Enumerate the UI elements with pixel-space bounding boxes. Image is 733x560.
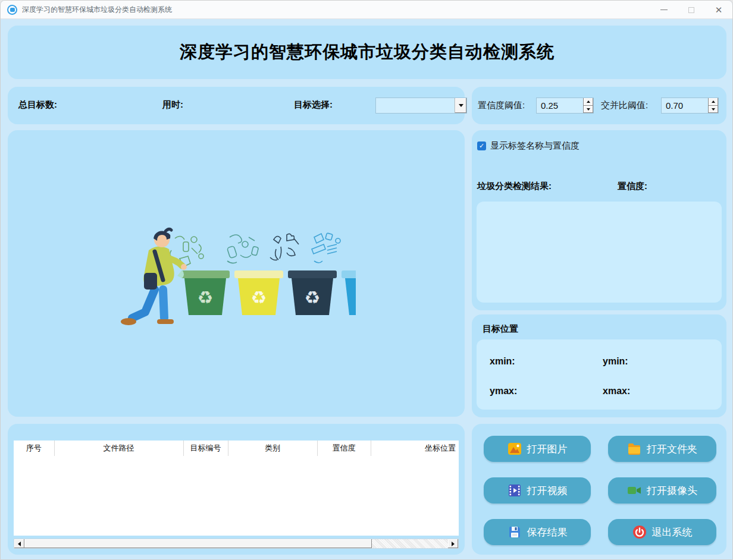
confidence-threshold-input[interactable] xyxy=(537,98,583,113)
col-category[interactable]: 类别 xyxy=(228,441,317,456)
spin-down-icon xyxy=(712,108,715,111)
image-icon xyxy=(508,442,522,456)
video-icon xyxy=(508,483,522,498)
camera-icon xyxy=(627,483,641,498)
close-button[interactable]: ✕ xyxy=(705,1,732,19)
col-coordinates[interactable]: 坐标位置 xyxy=(371,441,459,456)
actions-panel: 打开图片 打开文件夹 打开视频 打开摄像头 xyxy=(472,424,726,555)
target-position-panel: 目标位置 xmin: ymin: ymax: xmax: xyxy=(472,314,726,417)
arrow-right-icon xyxy=(452,542,455,546)
svg-text:♻: ♻ xyxy=(305,288,321,307)
open-folder-label: 打开文件夹 xyxy=(647,442,697,456)
garbage-bins-illustration: ♻ ♻ ♻ ♻ xyxy=(118,213,356,335)
show-labels-checkbox[interactable]: ✓ xyxy=(477,141,486,150)
save-results-button[interactable]: 保存结果 xyxy=(484,519,591,545)
open-folder-button[interactable]: 打开文件夹 xyxy=(608,436,716,462)
show-labels-label: 显示标签名称与置信度 xyxy=(490,140,579,152)
exit-system-label: 退出系统 xyxy=(652,526,693,539)
iou-threshold-input[interactable] xyxy=(662,98,708,113)
iou-threshold-spinner[interactable] xyxy=(661,97,719,114)
table-horizontal-scrollbar[interactable] xyxy=(14,539,459,549)
minimize-icon xyxy=(660,10,668,10)
folder-icon xyxy=(627,442,641,456)
iou-spin-up-button[interactable] xyxy=(709,98,718,106)
save-icon xyxy=(508,525,522,539)
open-video-label: 打开视频 xyxy=(527,484,568,498)
confidence-label: 置信度: xyxy=(618,181,647,192)
detection-result-box xyxy=(477,202,722,303)
scroll-right-button[interactable] xyxy=(448,539,458,548)
maximize-button[interactable] xyxy=(678,1,705,19)
target-select-label: 目标选择: xyxy=(294,99,333,111)
confidence-spin-up-button[interactable] xyxy=(584,98,593,106)
arrow-left-icon xyxy=(18,542,21,546)
col-index[interactable]: 序号 xyxy=(14,441,54,456)
open-video-button[interactable]: 打开视频 xyxy=(484,477,591,504)
results-table: 序号 文件路径 目标编号 类别 置信度 坐标位置 xyxy=(14,441,459,536)
elapsed-time-label: 用时: xyxy=(162,99,183,111)
open-camera-button[interactable]: 打开摄像头 xyxy=(608,477,716,504)
window-title: 深度学习的智慧环保城市垃圾分类自动检测系统 xyxy=(22,5,172,15)
confidence-threshold-label: 置信度阈值: xyxy=(478,100,525,111)
target-position-title: 目标位置 xyxy=(483,323,518,335)
stats-panel: 总目标数: 用时: 目标选择: xyxy=(8,87,465,124)
table-panel: 序号 文件路径 目标编号 类别 置信度 坐标位置 xyxy=(8,424,465,555)
col-confidence[interactable]: 置信度 xyxy=(317,441,371,456)
title-bar: 深度学习的智慧环保城市垃圾分类自动检测系统 ✕ xyxy=(1,1,732,19)
scrollbar-thumb[interactable] xyxy=(24,539,372,548)
confidence-threshold-spinner[interactable] xyxy=(536,97,594,114)
save-results-label: 保存结果 xyxy=(527,526,568,539)
exit-system-button[interactable]: 退出系统 xyxy=(608,519,716,545)
ymin-label: ymin: xyxy=(603,356,628,367)
open-image-label: 打开图片 xyxy=(527,442,568,456)
scroll-left-button[interactable] xyxy=(14,539,24,548)
open-image-button[interactable]: 打开图片 xyxy=(484,436,591,462)
app-icon xyxy=(7,5,17,15)
ymax-label: ymax: xyxy=(490,386,517,397)
detection-result-label: 垃圾分类检测结果: xyxy=(477,181,552,192)
app-window: 深度学习的智慧环保城市垃圾分类自动检测系统 ✕ 深度学习的智慧环保城市垃圾分类自… xyxy=(0,0,733,560)
minimize-button[interactable] xyxy=(650,1,678,19)
spin-down-icon xyxy=(587,108,590,111)
scrollbar-track[interactable] xyxy=(24,539,448,548)
confidence-spin-down-button[interactable] xyxy=(584,106,593,114)
image-display-panel: ♻ ♻ ♻ ♻ xyxy=(8,130,465,417)
target-position-box: xmin: ymin: ymax: xmax: xyxy=(477,339,722,410)
open-camera-label: 打开摄像头 xyxy=(647,484,697,498)
power-icon xyxy=(632,525,647,539)
maximize-icon xyxy=(688,7,694,13)
spin-up-icon xyxy=(587,100,590,103)
thresholds-panel: 置信度阈值: 交并比阈值: xyxy=(472,87,726,124)
chevron-down-icon xyxy=(459,104,463,107)
detection-panel: ✓ 显示标签名称与置信度 垃圾分类检测结果: 置信度: xyxy=(472,130,726,310)
xmin-label: xmin: xyxy=(490,356,515,367)
xmax-label: xmax: xyxy=(603,386,630,397)
table-header-row: 序号 文件路径 目标编号 类别 置信度 坐标位置 xyxy=(14,441,459,456)
spin-up-icon xyxy=(712,100,715,103)
combobox-value[interactable] xyxy=(376,98,455,113)
svg-text:♻: ♻ xyxy=(198,288,214,307)
col-target-id[interactable]: 目标编号 xyxy=(183,441,228,456)
iou-threshold-label: 交并比阈值: xyxy=(601,100,648,111)
combobox-dropdown-button[interactable] xyxy=(455,98,466,113)
total-targets-label: 总目标数: xyxy=(18,99,57,111)
close-icon: ✕ xyxy=(715,5,723,14)
iou-spin-down-button[interactable] xyxy=(709,106,718,114)
svg-text:♻: ♻ xyxy=(251,288,267,307)
banner-panel: 深度学习的智慧环保城市垃圾分类自动检测系统 xyxy=(8,26,726,79)
page-title: 深度学习的智慧环保城市垃圾分类自动检测系统 xyxy=(180,40,555,64)
col-file-path[interactable]: 文件路径 xyxy=(54,441,183,456)
target-select-combobox[interactable] xyxy=(375,97,467,114)
